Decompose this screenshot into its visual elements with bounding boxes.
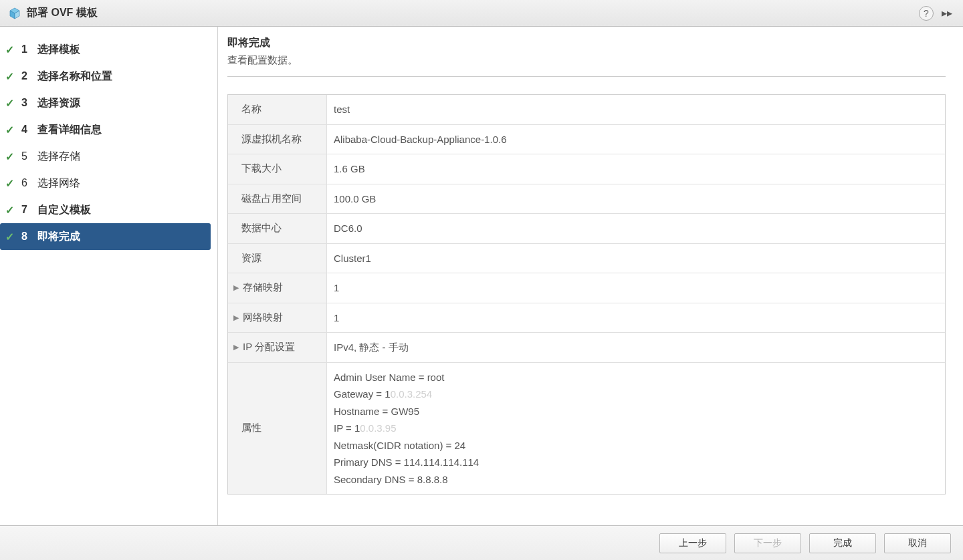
row-value: DC6.0 <box>327 214 945 243</box>
step-select-resource[interactable]: ✓ 3 选择资源 <box>0 90 217 116</box>
row-key: 磁盘占用空间 <box>228 184 327 214</box>
row-key: ▶IP 分配设置 <box>228 333 327 362</box>
back-button[interactable]: 上一步 <box>659 533 726 553</box>
step-select-storage[interactable]: ✓ 5 选择存储 <box>0 143 217 170</box>
step-select-template[interactable]: ✓ 1 选择模板 <box>0 36 217 63</box>
check-icon: ✓ <box>5 97 17 110</box>
row-key: ▶网络映射 <box>228 303 327 333</box>
step-customize-template[interactable]: ✓ 7 自定义模板 <box>0 196 217 223</box>
row-value: IPv4, 静态 - 手动 <box>327 333 945 362</box>
wizard-sidebar: ✓ 1 选择模板 ✓ 2 选择名称和位置 ✓ 3 选择资源 ✓ 4 查看详细信息… <box>0 27 218 525</box>
caret-right-icon[interactable]: ▶ <box>233 313 239 322</box>
row-download-size: 下载大小 1.6 GB <box>228 154 945 184</box>
check-icon: ✓ <box>5 124 17 136</box>
ovf-cube-icon <box>8 7 21 20</box>
titlebar: 部署 OVF 模板 ? ▸▸ <box>0 0 963 27</box>
row-resource: 资源 Cluster1 <box>228 244 945 274</box>
summary-table: 名称 test 源虚拟机名称 Alibaba-Cloud-Backup-Appl… <box>227 94 946 495</box>
row-key: 源虚拟机名称 <box>228 125 327 154</box>
footer: 上一步 下一步 完成 取消 <box>0 525 963 560</box>
content-header: 即将完成 查看配置数据。 <box>227 36 946 77</box>
help-icon[interactable]: ? <box>919 6 934 21</box>
row-value: 100.0 GB <box>327 184 945 214</box>
expand-icon[interactable]: ▸▸ <box>939 7 955 19</box>
row-value: 1 <box>327 303 945 333</box>
row-value: Admin User Name = root Gateway = 10.0.3.… <box>327 363 945 495</box>
page-subheading: 查看配置数据。 <box>227 54 946 67</box>
step-select-name-location[interactable]: ✓ 2 选择名称和位置 <box>0 63 217 90</box>
caret-right-icon[interactable]: ▶ <box>233 283 239 292</box>
row-storage-mapping: ▶存储映射 1 <box>228 273 945 303</box>
row-value: Alibaba-Cloud-Backup-Appliance-1.0.6 <box>327 125 945 154</box>
step-ready-to-complete[interactable]: ✓ 8 即将完成 <box>0 223 211 250</box>
row-source-vm-name: 源虚拟机名称 Alibaba-Cloud-Backup-Appliance-1.… <box>228 125 945 155</box>
row-network-mapping: ▶网络映射 1 <box>228 303 945 333</box>
check-icon: ✓ <box>5 177 17 190</box>
row-key: 名称 <box>228 95 327 124</box>
check-icon: ✓ <box>5 70 17 83</box>
content-panel: 即将完成 查看配置数据。 名称 test 源虚拟机名称 Alibaba-Clou… <box>218 27 963 525</box>
row-key: 下载大小 <box>228 154 327 184</box>
check-icon: ✓ <box>5 43 17 56</box>
check-icon: ✓ <box>5 150 17 163</box>
row-datacenter: 数据中心 DC6.0 <box>228 214 945 244</box>
row-disk-space: 磁盘占用空间 100.0 GB <box>228 184 945 215</box>
finish-button[interactable]: 完成 <box>809 533 876 553</box>
window-title: 部署 OVF 模板 <box>27 6 914 20</box>
row-value: Cluster1 <box>327 244 945 273</box>
step-select-network[interactable]: ✓ 6 选择网络 <box>0 170 217 196</box>
check-icon: ✓ <box>5 204 17 217</box>
row-value: test <box>327 95 945 124</box>
check-icon: ✓ <box>5 231 17 243</box>
row-value: 1 <box>327 273 945 303</box>
row-key: 资源 <box>228 244 327 273</box>
row-properties: 属性 Admin User Name = root Gateway = 10.0… <box>228 363 945 495</box>
row-key: 属性 <box>228 363 327 495</box>
next-button: 下一步 <box>734 533 801 553</box>
row-value: 1.6 GB <box>327 154 945 184</box>
step-review-details[interactable]: ✓ 4 查看详细信息 <box>0 116 217 143</box>
row-name: 名称 test <box>228 95 945 125</box>
cancel-button[interactable]: 取消 <box>884 533 951 553</box>
page-heading: 即将完成 <box>227 36 946 50</box>
row-key: 数据中心 <box>228 214 327 243</box>
main-area: ✓ 1 选择模板 ✓ 2 选择名称和位置 ✓ 3 选择资源 ✓ 4 查看详细信息… <box>0 27 963 525</box>
row-key: ▶存储映射 <box>228 273 327 303</box>
row-ip-allocation: ▶IP 分配设置 IPv4, 静态 - 手动 <box>228 333 945 363</box>
caret-right-icon[interactable]: ▶ <box>233 343 239 352</box>
